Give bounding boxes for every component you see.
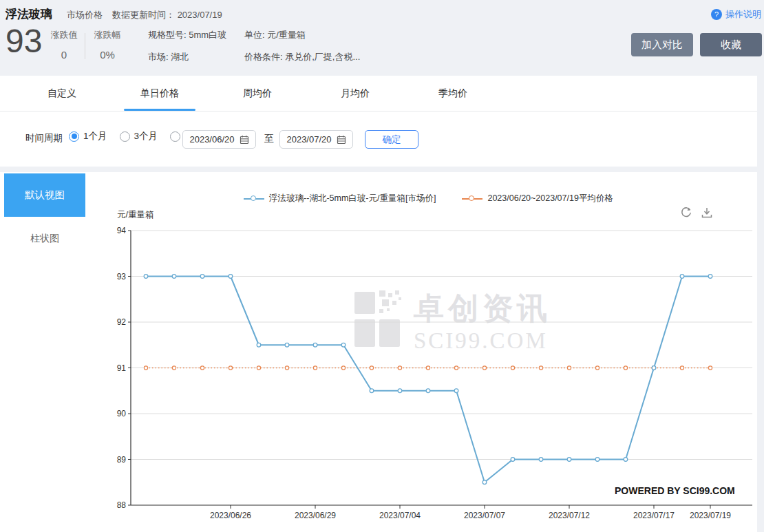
price-point <box>172 275 176 279</box>
price-point <box>285 343 289 347</box>
help-label: 操作说明 <box>725 8 761 21</box>
divider <box>85 33 85 59</box>
filter-bar: 时间周期 1个月 3个月 1年 2023/06/20 至 2023/07/20 <box>0 111 757 167</box>
price-point <box>144 275 148 279</box>
tab-quarterly-avg[interactable]: 季均价 <box>412 76 494 111</box>
price-type-label: 市场价格 <box>67 9 103 21</box>
radio-3month[interactable]: 3个月 <box>120 130 158 142</box>
gridlines <box>131 231 752 460</box>
sidebar-item-bar-chart[interactable]: 柱状图 <box>0 233 89 245</box>
average-point <box>595 366 599 370</box>
price-point <box>680 275 684 279</box>
average-point <box>624 366 627 370</box>
x-tick-label: 2023/07/12 <box>549 511 590 520</box>
price-point <box>229 275 233 279</box>
start-date-input[interactable]: 2023/06/20 <box>182 130 256 149</box>
refresh-icon[interactable] <box>680 206 692 219</box>
price-point <box>567 458 571 462</box>
price-point <box>341 343 346 347</box>
unit-column: 单位: 元/重量箱 价格条件: 承兑价,厂提,含税... <box>244 29 360 63</box>
x-tick-label: 2023/06/26 <box>210 511 251 520</box>
tab-bar: 自定义 单日价格 周均价 月均价 季均价 <box>0 76 757 111</box>
help-link[interactable]: ? 操作说明 <box>711 8 761 21</box>
average-point <box>229 366 232 370</box>
tab-monthly-avg[interactable]: 月均价 <box>314 76 396 111</box>
price-point <box>313 343 317 347</box>
price-point <box>482 480 487 485</box>
average-point <box>172 366 176 370</box>
price-point <box>370 389 374 393</box>
axes: 888990919293942023/06/262023/06/292023/0… <box>117 227 752 520</box>
average-point <box>200 366 204 370</box>
chart-toolbar <box>680 206 713 219</box>
favorite-button[interactable]: 收藏 <box>700 33 762 56</box>
price-point <box>708 275 712 279</box>
y-tick-label: 90 <box>117 409 127 418</box>
price-condition: 价格条件: 承兑价,厂提,含税... <box>244 51 360 63</box>
legend-item-price-series[interactable]: 浮法玻璃--湖北-5mm白玻-元/重量箱[市场价] <box>244 193 436 204</box>
tab-custom[interactable]: 自定义 <box>21 76 103 111</box>
price-point <box>539 458 543 462</box>
add-compare-button[interactable]: 加入对比 <box>631 33 693 56</box>
price-point <box>511 458 515 462</box>
download-icon[interactable] <box>701 206 713 219</box>
x-tick-label: 2023/07/17 <box>633 511 675 520</box>
price-point <box>652 366 656 370</box>
page-title: 浮法玻璃 <box>6 6 52 22</box>
confirm-button[interactable]: 确定 <box>365 130 418 149</box>
legend-item-average-series[interactable]: 2023/06/20~2023/07/19平均价格 <box>462 193 613 204</box>
x-tick-label: 2023/07/19 <box>690 511 731 520</box>
average-point <box>482 366 486 370</box>
current-price: 93 <box>6 23 42 60</box>
average-point <box>680 366 683 370</box>
average-point <box>708 366 712 370</box>
change-label: 涨跌值 <box>48 29 80 41</box>
powered-by-label: POWERED BY SCI99.COM <box>615 485 735 496</box>
chart-legend: 浮法玻璃--湖北-5mm白玻-元/重量箱[市场价] 2023/06/20~202… <box>103 193 754 204</box>
calendar-icon <box>240 135 249 145</box>
radio-icon <box>170 131 180 142</box>
calendar-icon <box>337 135 346 145</box>
average-point <box>144 366 147 370</box>
average-point <box>511 366 514 370</box>
line-marker-icon <box>244 195 264 202</box>
to-label: 至 <box>264 133 274 145</box>
x-tick-label: 2023/07/07 <box>464 511 505 520</box>
end-date-input[interactable]: 2023/07/20 <box>279 130 353 149</box>
tab-daily-price[interactable]: 单日价格 <box>118 76 201 111</box>
average-series <box>144 366 712 370</box>
x-tick-label: 2023/07/04 <box>379 511 421 520</box>
radio-1month[interactable]: 1个月 <box>69 130 107 142</box>
y-axis-unit-label: 元/重量箱 <box>117 209 153 221</box>
average-point <box>426 366 429 370</box>
period-radio-group: 1个月 3个月 1年 <box>69 130 199 142</box>
average-point <box>257 366 260 370</box>
radio-icon <box>69 131 79 142</box>
average-point <box>313 366 317 370</box>
y-tick-label: 93 <box>117 272 127 281</box>
price-point <box>200 275 204 279</box>
average-point <box>567 366 571 370</box>
change-pct-label: 涨跌幅 <box>92 29 123 41</box>
page-header: 浮法玻璃 市场价格 数据更新时间： 2023/07/19 ? 操作说明 93 涨… <box>0 0 764 76</box>
tab-weekly-avg[interactable]: 周均价 <box>216 76 299 111</box>
price-point <box>426 389 430 393</box>
average-point <box>454 366 458 370</box>
change-block: 涨跌值 0 <box>48 29 80 61</box>
price-point <box>398 389 402 393</box>
line-marker-icon <box>462 195 482 202</box>
average-point <box>285 366 288 370</box>
price-point <box>257 343 261 347</box>
average-point <box>539 366 542 370</box>
price-chart-svg: 888990919293942023/06/262023/06/292023/0… <box>103 227 757 530</box>
spec-column: 规格型号: 5mm白玻 市场: 湖北 <box>148 29 226 63</box>
x-tick-label: 2023/06/29 <box>295 511 336 520</box>
sidebar-item-default-view[interactable]: 默认视图 <box>4 173 85 217</box>
price-series <box>144 275 712 485</box>
y-tick-label: 94 <box>117 227 127 235</box>
question-icon: ? <box>711 9 722 20</box>
period-label: 时间周期 <box>25 132 63 145</box>
chart-section: 默认视图 柱状图 浮法玻璃--湖北-5mm白玻-元/重量箱[市场价] 2023/… <box>0 172 757 532</box>
change-pct-block: 涨跌幅 0% <box>92 29 123 61</box>
price-point <box>454 389 458 393</box>
